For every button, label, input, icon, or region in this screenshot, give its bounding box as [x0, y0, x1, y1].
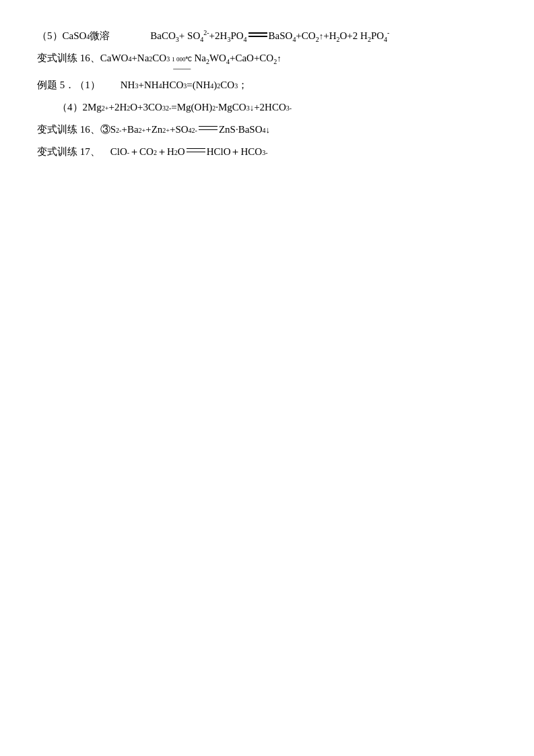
equation-line-4: （4）2Mg2+ +2H2O+3CO32- =Mg(OH)2 ·MgCO3↓ +… [37, 98, 497, 117]
line5-label: 变式训练 16、③S [37, 121, 116, 139]
line3-plus: +NH [138, 76, 158, 94]
line1-products: BaSO4+CO2↑+H2O+2 H2PO4- [269, 27, 390, 45]
line5-double-arrow [199, 123, 218, 133]
equation-line-5: 变式训练 16、③S2- +Ba2+ +Zn2+ +SO42- ZnS·BaSO… [37, 121, 497, 139]
line2-cond-arrow: 1 000℃ —— [172, 57, 192, 72]
line3-semicolon: ； [238, 76, 248, 94]
line3-label: 例题 5．（1） NH [37, 76, 135, 94]
line5-so4: +SO [170, 121, 189, 139]
line2-label: 变式训练 16、CaWO [37, 49, 128, 67]
equation-line-2: 变式训练 16、CaWO4 +Na2CO3 1 000℃ —— Na2WO4+C… [37, 49, 497, 72]
line4-part2: +2H [108, 98, 127, 117]
line2-plus: +Na [131, 49, 149, 67]
equation-line-1: （5）CaSO4微溶 BaCO3+ SO42-+2H3PO4 BaSO4+CO2… [37, 27, 497, 45]
line5-products: ZnS·BaSO [219, 121, 263, 139]
line6-double-arrow [187, 146, 205, 155]
equation-line-6: 变式训练 17、 ClO- ＋CO2 ＋H2O HClO＋HCO3- [37, 143, 497, 161]
line6-plus1: ＋CO [129, 143, 154, 161]
line1-eq: BaCO3+ SO42-+2H3PO4 [150, 27, 246, 45]
line1-weirong: 微溶 [90, 27, 150, 45]
line2-arrow-body: —— [173, 63, 191, 72]
line1-double-arrow [248, 30, 267, 39]
line2-products: Na2WO4+CaO+CO2↑ [194, 49, 281, 67]
line6-label: 变式训练 17、 ClO [37, 143, 127, 161]
line4-hco3: +2HCO [254, 98, 286, 117]
line4-eq: =Mg(OH) [171, 98, 212, 117]
line2-co3: CO [152, 49, 166, 67]
line5-zn: +Zn [145, 121, 162, 139]
line6-products: HClO＋HCO [207, 143, 263, 161]
line1-prefix: （5）CaSO [37, 27, 86, 45]
line4-dot: ·MgCO [215, 98, 246, 117]
line5-ba: +Ba [121, 121, 138, 139]
line3-eq-sign: =(NH [187, 76, 210, 94]
line4-text: （4）2Mg [57, 98, 102, 117]
line6-plus2: ＋H [157, 143, 174, 161]
equation-line-3: 例题 5．（1） NH3 +NH4HCO3 =(NH4)2CO3； [37, 76, 497, 94]
